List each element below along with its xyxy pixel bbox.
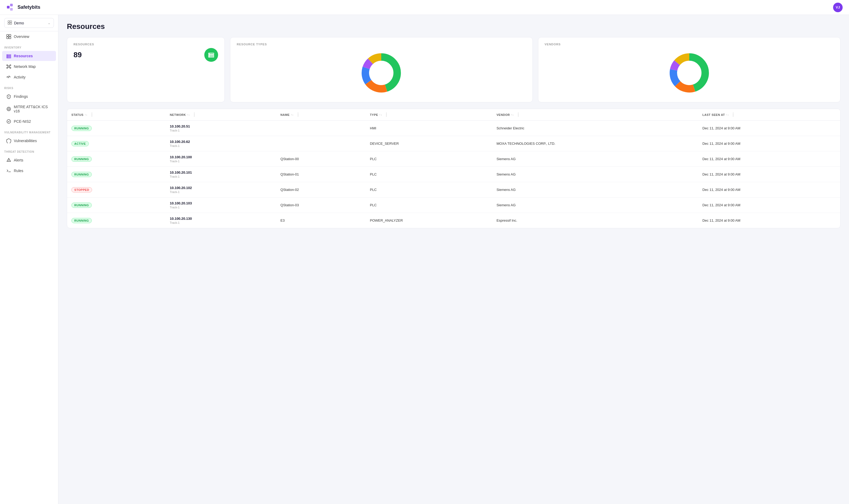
network-sub: Track-1 bbox=[170, 191, 272, 194]
svg-point-19 bbox=[10, 65, 11, 66]
col-menu-last-seen[interactable]: ⋮ bbox=[730, 112, 737, 117]
pce-nis2-icon bbox=[6, 119, 11, 124]
col-menu-name[interactable]: ⋮ bbox=[295, 112, 301, 117]
svg-rect-3 bbox=[8, 21, 10, 22]
svg-point-17 bbox=[8, 66, 10, 67]
col-header-vendor: VENDOR ↑↓ ⋮ bbox=[492, 109, 698, 121]
cell-type-0: HMI bbox=[366, 121, 492, 136]
sidebar-label-alerts: Alerts bbox=[14, 158, 23, 162]
svg-point-29 bbox=[8, 108, 10, 110]
resources-card-icon bbox=[208, 51, 215, 58]
user-avatar[interactable]: VJ bbox=[833, 3, 843, 12]
table-row[interactable]: RUNNING 10.100.20.100 Track-1 QStation-0… bbox=[67, 151, 840, 167]
network-ip: 10.100.20.101 bbox=[170, 170, 272, 175]
status-badge: RUNNING bbox=[71, 126, 92, 131]
cell-type-1: DEVICE_SERVER bbox=[366, 136, 492, 151]
svg-point-27 bbox=[8, 97, 9, 97]
table-row[interactable]: RUNNING 10.100.20.103 Track-1 QStation-0… bbox=[67, 198, 840, 213]
cell-status-2: RUNNING bbox=[67, 151, 166, 167]
findings-icon bbox=[6, 94, 11, 99]
sort-icon-vendor[interactable]: ↑↓ bbox=[511, 113, 514, 116]
sidebar-label-mitre: MITRE ATT&CK ICS v16 bbox=[14, 105, 52, 113]
resources-table-card: STATUS ↑↓ ⋮ NETWORK ↑↓ ⋮ bbox=[67, 109, 841, 228]
cell-network-3: 10.100.20.101 Track-1 bbox=[166, 167, 276, 182]
status-badge: ACTIVE bbox=[71, 141, 89, 146]
sidebar-item-findings[interactable]: Findings bbox=[2, 91, 56, 102]
table-row[interactable]: RUNNING 10.100.20.101 Track-1 QStation-0… bbox=[67, 167, 840, 182]
cell-vendor-4: Siemens AG bbox=[492, 182, 698, 198]
workspace-name: Demo bbox=[14, 21, 24, 25]
status-badge: RUNNING bbox=[71, 202, 92, 208]
sidebar-label-resources: Resources bbox=[14, 54, 33, 58]
network-ip: 10.100.20.100 bbox=[170, 155, 272, 159]
table-row[interactable]: RUNNING 10.100.20.130 Track-1 E3 POWER_A… bbox=[67, 213, 840, 228]
cell-type-6: POWER_ANALYZER bbox=[366, 213, 492, 228]
cell-vendor-6: Espressif Inc. bbox=[492, 213, 698, 228]
svg-point-28 bbox=[7, 107, 11, 111]
page-title: Resources bbox=[67, 22, 841, 31]
cell-status-5: RUNNING bbox=[67, 198, 166, 213]
cell-vendor-3: Siemens AG bbox=[492, 167, 698, 182]
network-ip: 10.100.20.130 bbox=[170, 217, 272, 220]
col-menu-status[interactable]: ⋮ bbox=[89, 112, 95, 117]
activity-icon bbox=[6, 75, 11, 79]
sidebar-item-pce-nis2[interactable]: PCE-NIS2 bbox=[2, 116, 56, 126]
col-menu-network[interactable]: ⋮ bbox=[191, 112, 198, 117]
sidebar-label-overview: Overview bbox=[14, 34, 29, 39]
svg-point-51 bbox=[677, 61, 701, 85]
sidebar-label-rules: Rules bbox=[14, 168, 23, 173]
sidebar-item-network-map[interactable]: Network Map bbox=[2, 61, 56, 72]
cell-name-5: QStation-03 bbox=[276, 198, 366, 213]
cell-vendor-0: Schneider Electric bbox=[492, 121, 698, 136]
cell-status-1: ACTIVE bbox=[67, 136, 166, 151]
svg-line-22 bbox=[8, 66, 8, 66]
sidebar-item-resources[interactable]: Resources bbox=[2, 51, 56, 61]
cell-vendor-1: MOXA TECHNOLOGIES CORP., LTD. bbox=[492, 136, 698, 151]
col-menu-vendor[interactable]: ⋮ bbox=[515, 112, 522, 117]
sort-icon-name[interactable]: ↑↓ bbox=[291, 113, 294, 116]
sidebar-item-vulnerabilities[interactable]: Vulnerabilities bbox=[2, 136, 56, 146]
svg-line-23 bbox=[10, 66, 10, 66]
network-map-icon bbox=[6, 64, 11, 69]
table-row[interactable]: RUNNING 10.100.20.51 Track-1 HMI Schneid… bbox=[67, 121, 840, 136]
resources-icon-wrap bbox=[204, 48, 218, 62]
col-header-last-seen: LAST SEEN AT ↑↓ ⋮ bbox=[698, 109, 840, 121]
svg-point-16 bbox=[7, 57, 8, 58]
svg-point-18 bbox=[7, 65, 8, 66]
svg-line-24 bbox=[8, 67, 8, 68]
workspace-selector[interactable]: Demo ⌄ bbox=[4, 18, 54, 28]
cell-type-4: PLC bbox=[366, 182, 492, 198]
cell-last-seen-2: Dec 11, 2024 at 9:00 AM bbox=[698, 151, 840, 167]
status-badge: STOPPED bbox=[71, 187, 92, 193]
col-menu-type[interactable]: ⋮ bbox=[383, 112, 390, 117]
cell-network-5: 10.100.20.103 Track-1 bbox=[166, 198, 276, 213]
resource-types-chart bbox=[358, 49, 405, 97]
svg-rect-7 bbox=[7, 34, 8, 36]
svg-line-25 bbox=[10, 67, 10, 68]
sort-icon-last-seen[interactable]: ↑↓ bbox=[726, 113, 729, 116]
cell-name-6: E3 bbox=[276, 213, 366, 228]
network-sub: Track-1 bbox=[170, 129, 272, 132]
network-sub: Track-1 bbox=[170, 175, 272, 178]
sidebar-item-rules[interactable]: Rules bbox=[2, 166, 56, 176]
table-row[interactable]: ACTIVE 10.100.20.62 Track-1 DEVICE_SERVE… bbox=[67, 136, 840, 151]
cell-network-1: 10.100.20.62 Track-1 bbox=[166, 136, 276, 151]
table-row[interactable]: STOPPED 10.100.20.102 Track-1 QStation-0… bbox=[67, 182, 840, 198]
logo-icon bbox=[6, 3, 15, 12]
overview-icon bbox=[6, 34, 11, 39]
sidebar-item-mitre[interactable]: MITRE ATT&CK ICS v16 bbox=[2, 102, 56, 116]
app-name: Safetybits bbox=[18, 4, 40, 10]
network-sub: Track-1 bbox=[170, 206, 272, 209]
sort-icon-type[interactable]: ↑↓ bbox=[379, 113, 382, 116]
sidebar-item-overview[interactable]: Overview bbox=[2, 32, 56, 42]
sidebar-item-activity[interactable]: Activity bbox=[2, 72, 56, 82]
cell-vendor-2: Siemens AG bbox=[492, 151, 698, 167]
cell-name-2: QStation-00 bbox=[276, 151, 366, 167]
cell-name-4: QStation-02 bbox=[276, 182, 366, 198]
svg-rect-2 bbox=[10, 8, 13, 11]
sidebar-item-alerts[interactable]: Alerts bbox=[2, 155, 56, 165]
sort-icon-status[interactable]: ↑↓ bbox=[85, 113, 88, 116]
sort-icon-network[interactable]: ↑↓ bbox=[187, 113, 190, 116]
resource-types-card: RESOURCE TYPES bbox=[230, 37, 533, 102]
cell-last-seen-6: Dec 11, 2024 at 9:00 AM bbox=[698, 213, 840, 228]
